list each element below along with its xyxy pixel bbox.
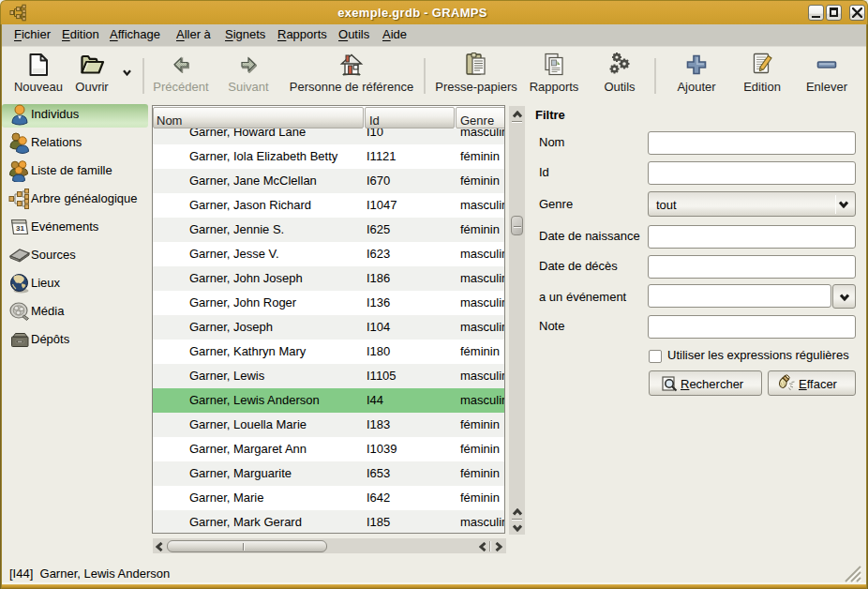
svg-text:31: 31 bbox=[16, 224, 24, 233]
